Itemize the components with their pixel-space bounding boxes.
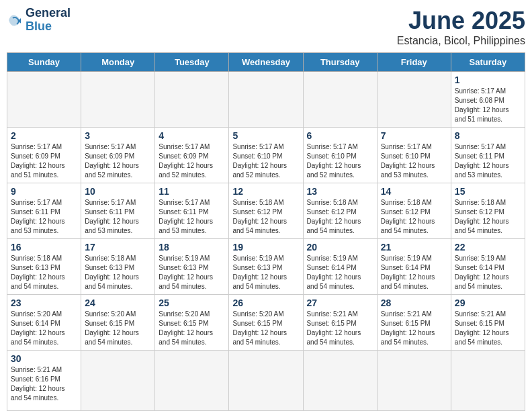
calendar-cell: 1Sunrise: 5:17 AMSunset: 6:08 PMDaylight… bbox=[451, 72, 525, 128]
calendar-cell bbox=[229, 351, 303, 411]
day-info: Sunrise: 5:17 AMSunset: 6:11 PMDaylight:… bbox=[159, 198, 225, 236]
day-info: Sunrise: 5:17 AMSunset: 6:11 PMDaylight:… bbox=[455, 142, 521, 180]
calendar-week-row: 16Sunrise: 5:18 AMSunset: 6:13 PMDayligh… bbox=[7, 239, 525, 295]
calendar-cell: 24Sunrise: 5:20 AMSunset: 6:15 PMDayligh… bbox=[81, 295, 155, 351]
calendar-cell: 8Sunrise: 5:17 AMSunset: 6:11 PMDaylight… bbox=[451, 128, 525, 183]
day-number: 20 bbox=[307, 242, 373, 253]
day-number: 17 bbox=[85, 242, 151, 253]
day-number: 30 bbox=[11, 353, 77, 364]
day-number: 9 bbox=[11, 186, 77, 197]
day-number: 13 bbox=[307, 186, 373, 197]
calendar-cell: 20Sunrise: 5:19 AMSunset: 6:14 PMDayligh… bbox=[303, 239, 377, 295]
column-header-saturday: Saturday bbox=[451, 53, 525, 72]
calendar-cell: 29Sunrise: 5:21 AMSunset: 6:15 PMDayligh… bbox=[451, 295, 525, 351]
calendar-cell: 7Sunrise: 5:17 AMSunset: 6:10 PMDaylight… bbox=[377, 128, 451, 183]
day-info: Sunrise: 5:17 AMSunset: 6:10 PMDaylight:… bbox=[381, 142, 447, 180]
calendar-cell bbox=[155, 72, 229, 128]
day-number: 5 bbox=[232, 130, 299, 141]
calendar-cell: 17Sunrise: 5:18 AMSunset: 6:13 PMDayligh… bbox=[81, 239, 155, 295]
calendar-cell: 11Sunrise: 5:17 AMSunset: 6:11 PMDayligh… bbox=[155, 183, 229, 239]
day-info: Sunrise: 5:18 AMSunset: 6:13 PMDaylight:… bbox=[85, 254, 151, 291]
logo-line1: General bbox=[26, 7, 71, 20]
day-number: 1 bbox=[455, 75, 521, 85]
day-number: 7 bbox=[381, 130, 447, 141]
day-number: 15 bbox=[455, 186, 521, 197]
day-number: 8 bbox=[455, 130, 521, 141]
calendar-cell bbox=[155, 351, 229, 411]
day-info: Sunrise: 5:19 AMSunset: 6:14 PMDaylight:… bbox=[307, 254, 373, 291]
calendar-cell bbox=[81, 351, 155, 411]
day-info: Sunrise: 5:18 AMSunset: 6:12 PMDaylight:… bbox=[381, 198, 447, 236]
calendar-cell: 10Sunrise: 5:17 AMSunset: 6:11 PMDayligh… bbox=[81, 183, 155, 239]
day-number: 23 bbox=[11, 298, 77, 308]
day-number: 27 bbox=[307, 298, 373, 308]
calendar-title: June 2025 bbox=[397, 7, 525, 35]
day-info: Sunrise: 5:19 AMSunset: 6:14 PMDaylight:… bbox=[381, 254, 447, 291]
calendar-cell: 25Sunrise: 5:20 AMSunset: 6:15 PMDayligh… bbox=[155, 295, 229, 351]
calendar-cell bbox=[303, 351, 377, 411]
calendar-cell: 18Sunrise: 5:19 AMSunset: 6:13 PMDayligh… bbox=[155, 239, 229, 295]
day-number: 22 bbox=[455, 242, 521, 253]
calendar-cell: 23Sunrise: 5:20 AMSunset: 6:14 PMDayligh… bbox=[7, 295, 81, 351]
day-info: Sunrise: 5:17 AMSunset: 6:10 PMDaylight:… bbox=[307, 142, 373, 180]
day-number: 26 bbox=[232, 298, 299, 308]
day-number: 2 bbox=[11, 130, 77, 141]
calendar-cell: 4Sunrise: 5:17 AMSunset: 6:09 PMDaylight… bbox=[155, 128, 229, 183]
day-number: 10 bbox=[85, 186, 151, 197]
day-info: Sunrise: 5:18 AMSunset: 6:12 PMDaylight:… bbox=[307, 198, 373, 236]
day-info: Sunrise: 5:18 AMSunset: 6:13 PMDaylight:… bbox=[11, 254, 77, 291]
day-info: Sunrise: 5:21 AMSunset: 6:16 PMDaylight:… bbox=[11, 365, 77, 403]
calendar-cell: 6Sunrise: 5:17 AMSunset: 6:10 PMDaylight… bbox=[303, 128, 377, 183]
calendar-cell bbox=[377, 72, 451, 128]
day-number: 29 bbox=[455, 298, 521, 308]
calendar-cell: 5Sunrise: 5:17 AMSunset: 6:10 PMDaylight… bbox=[229, 128, 303, 183]
calendar-week-row: 2Sunrise: 5:17 AMSunset: 6:09 PMDaylight… bbox=[7, 128, 525, 183]
day-info: Sunrise: 5:21 AMSunset: 6:15 PMDaylight:… bbox=[381, 310, 447, 347]
calendar-cell: 28Sunrise: 5:21 AMSunset: 6:15 PMDayligh… bbox=[377, 295, 451, 351]
calendar-cell: 15Sunrise: 5:18 AMSunset: 6:12 PMDayligh… bbox=[451, 183, 525, 239]
column-header-friday: Friday bbox=[377, 53, 451, 72]
calendar-week-row: 23Sunrise: 5:20 AMSunset: 6:14 PMDayligh… bbox=[7, 295, 525, 351]
calendar-week-row: 30Sunrise: 5:21 AMSunset: 6:16 PMDayligh… bbox=[7, 351, 525, 411]
calendar-subtitle: Estancia, Bicol, Philippines bbox=[397, 35, 525, 47]
day-number: 25 bbox=[159, 298, 225, 308]
day-info: Sunrise: 5:19 AMSunset: 6:13 PMDaylight:… bbox=[159, 254, 225, 291]
calendar-week-row: 9Sunrise: 5:17 AMSunset: 6:11 PMDaylight… bbox=[7, 183, 525, 239]
calendar-cell bbox=[7, 72, 81, 128]
calendar-cell: 14Sunrise: 5:18 AMSunset: 6:12 PMDayligh… bbox=[377, 183, 451, 239]
day-info: Sunrise: 5:20 AMSunset: 6:15 PMDaylight:… bbox=[232, 310, 299, 347]
calendar-week-row: 1Sunrise: 5:17 AMSunset: 6:08 PMDaylight… bbox=[7, 72, 525, 128]
day-info: Sunrise: 5:18 AMSunset: 6:12 PMDaylight:… bbox=[232, 198, 299, 236]
day-info: Sunrise: 5:18 AMSunset: 6:12 PMDaylight:… bbox=[455, 198, 521, 236]
calendar-cell: 9Sunrise: 5:17 AMSunset: 6:11 PMDaylight… bbox=[7, 183, 81, 239]
day-info: Sunrise: 5:17 AMSunset: 6:11 PMDaylight:… bbox=[11, 198, 77, 236]
day-number: 21 bbox=[381, 242, 447, 253]
logo: General Blue bbox=[7, 7, 71, 34]
calendar-header-row: SundayMondayTuesdayWednesdayThursdayFrid… bbox=[7, 53, 525, 72]
day-number: 4 bbox=[159, 130, 225, 141]
calendar-cell: 16Sunrise: 5:18 AMSunset: 6:13 PMDayligh… bbox=[7, 239, 81, 295]
day-number: 3 bbox=[85, 130, 151, 141]
calendar-cell bbox=[303, 72, 377, 128]
day-number: 12 bbox=[232, 186, 299, 197]
day-number: 16 bbox=[11, 242, 77, 253]
calendar-cell bbox=[377, 351, 451, 411]
column-header-monday: Monday bbox=[81, 53, 155, 72]
calendar-cell: 30Sunrise: 5:21 AMSunset: 6:16 PMDayligh… bbox=[7, 351, 81, 411]
day-info: Sunrise: 5:20 AMSunset: 6:14 PMDaylight:… bbox=[11, 310, 77, 347]
calendar-cell: 3Sunrise: 5:17 AMSunset: 6:09 PMDaylight… bbox=[81, 128, 155, 183]
day-info: Sunrise: 5:19 AMSunset: 6:14 PMDaylight:… bbox=[455, 254, 521, 291]
calendar-cell bbox=[451, 351, 525, 411]
calendar-table: SundayMondayTuesdayWednesdayThursdayFrid… bbox=[7, 52, 525, 411]
column-header-sunday: Sunday bbox=[7, 53, 81, 72]
day-info: Sunrise: 5:17 AMSunset: 6:11 PMDaylight:… bbox=[85, 198, 151, 236]
day-number: 6 bbox=[307, 130, 373, 141]
day-info: Sunrise: 5:17 AMSunset: 6:09 PMDaylight:… bbox=[11, 142, 77, 180]
calendar-cell: 21Sunrise: 5:19 AMSunset: 6:14 PMDayligh… bbox=[377, 239, 451, 295]
day-info: Sunrise: 5:17 AMSunset: 6:09 PMDaylight:… bbox=[85, 142, 151, 180]
header: General Blue June 2025 Estancia, Bicol, … bbox=[7, 7, 525, 47]
title-area: June 2025 Estancia, Bicol, Philippines bbox=[397, 7, 525, 47]
calendar-cell: 12Sunrise: 5:18 AMSunset: 6:12 PMDayligh… bbox=[229, 183, 303, 239]
day-info: Sunrise: 5:17 AMSunset: 6:10 PMDaylight:… bbox=[232, 142, 299, 180]
calendar-cell: 22Sunrise: 5:19 AMSunset: 6:14 PMDayligh… bbox=[451, 239, 525, 295]
